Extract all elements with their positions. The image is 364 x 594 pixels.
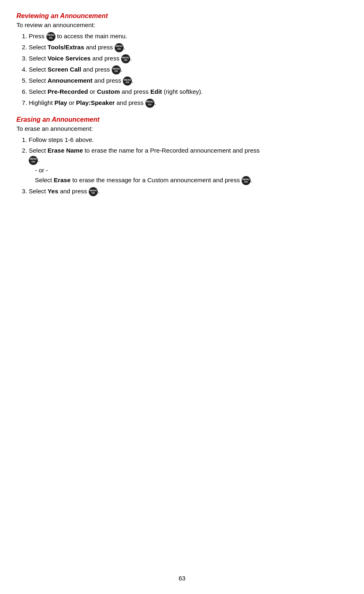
list-item: Follow steps 1-6 above. [29,135,348,145]
list-item: Highlight Play or Play:Speaker and press… [29,98,348,108]
erasing-intro: To erase an announcement: [16,125,348,132]
menu-ok-button-erase: MENUOK [242,176,251,185]
screen-call-label: Screen Call [48,66,81,73]
menu-ok-button-7: MENUOK [145,99,154,108]
announcement-label: Announcement [48,77,92,84]
menu-ok-button-2: MENUOK [115,43,124,52]
list-item: Select Announcement and press MENUOK. [29,76,348,86]
play-label: Play [55,99,67,106]
erasing-section: Erasing an Announcement To erase an anno… [16,116,348,197]
erase-custom-line: Select Erase to erase the message for a … [35,176,348,185]
reviewing-section: Reviewing an Announcement To review an a… [16,12,348,108]
tools-extras-label: Tools/Extras [48,44,84,51]
list-item: Select Voice Services and press MENUOK. [29,54,348,63]
list-item: Select Tools/Extras and press MENUOK. [29,43,348,52]
list-item: Select Screen Call and press MENUOK. [29,65,348,74]
erase-name-label: Erase Name [48,147,83,154]
pre-recorded-label: Pre-Recorded [48,88,88,95]
menu-ok-button-4: MENUOK [112,65,121,74]
menu-ok-button-erase-name: MENUOK. [29,156,39,163]
menu-ok-button-yes: MENUOK [89,187,98,196]
list-item: Press MENUOK to access the main menu. [29,32,348,41]
reviewing-intro: To review an announcement: [16,21,348,28]
edit-label: Edit [150,88,162,95]
reviewing-steps: Press MENUOK to access the main menu. Se… [29,32,348,108]
erasing-title: Erasing an Announcement [16,116,348,123]
menu-ok-button-5: MENUOK [123,77,132,86]
page-number: 63 [179,575,186,582]
yes-label: Yes [48,188,58,195]
or-divider: - or - [35,166,348,175]
list-item: Select Yes and press MENUOK. [29,187,348,196]
voice-services-label: Voice Services [48,55,91,62]
list-item: Select Erase Name to erase the name for … [29,146,348,185]
erasing-steps: Follow steps 1-6 above. Select Erase Nam… [29,135,348,197]
custom-label: Custom [97,88,120,95]
menu-ok-icon-erase-name: MENUOK [29,156,38,165]
play-speaker-label: Play:Speaker [76,99,115,106]
reviewing-title: Reviewing an Announcement [16,12,348,20]
menu-ok-button-1: MENUOK [46,32,55,41]
menu-ok-button-3: MENUOK [121,54,130,63]
list-item: Select Pre-Recorded or Custom and press … [29,87,348,97]
erase-label: Erase [54,176,71,183]
